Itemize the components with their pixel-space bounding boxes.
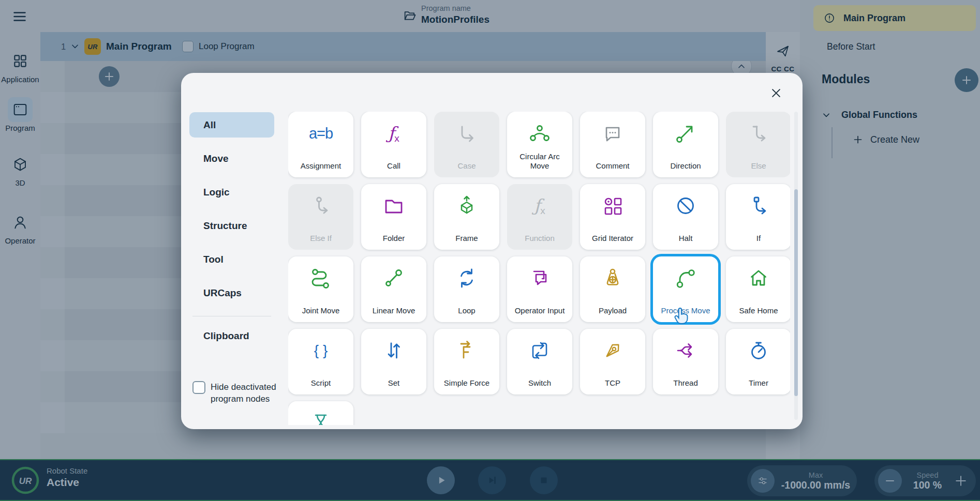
node-tile-assignment[interactable]: a=bAssignment bbox=[288, 112, 353, 177]
node-tile-comment[interactable]: Comment bbox=[580, 112, 645, 177]
category-clipboard[interactable]: Clipboard bbox=[189, 323, 274, 348]
node-tile-label: Operator Input bbox=[510, 306, 570, 315]
node-tile-label: Direction bbox=[656, 161, 716, 171]
category-logic[interactable]: Logic bbox=[189, 179, 274, 205]
else-if-icon bbox=[308, 193, 333, 218]
linear-move-icon bbox=[381, 266, 406, 291]
node-tile-operator-input[interactable]: Operator Input bbox=[507, 256, 572, 322]
frame-icon bbox=[454, 193, 479, 218]
node-tile-simple-force[interactable]: Simple Force bbox=[434, 329, 499, 394]
script-icon: { } bbox=[308, 338, 333, 363]
node-tile-function: ƒxFunction bbox=[507, 184, 572, 250]
node-tile-label: Function bbox=[510, 234, 570, 243]
timer-icon bbox=[746, 338, 771, 363]
node-tile-label: TCP bbox=[583, 378, 643, 388]
node-tile-payload[interactable]: Payload bbox=[580, 256, 645, 322]
node-tile-label: Call bbox=[364, 161, 424, 171]
payload-icon bbox=[600, 266, 625, 291]
node-tile-joint-move[interactable]: Joint Move bbox=[288, 256, 353, 322]
node-tile-circular-arc-move[interactable]: Circular Arc Move bbox=[507, 112, 572, 177]
node-tile-call[interactable]: ƒxCall bbox=[361, 112, 426, 177]
safe-home-icon bbox=[746, 266, 771, 291]
node-tile-label: Simple Force bbox=[437, 378, 497, 388]
halt-icon bbox=[673, 193, 698, 218]
grid-iterator-icon bbox=[600, 193, 625, 218]
node-tile-set[interactable]: Set bbox=[361, 329, 426, 394]
node-tile-thread[interactable]: Thread bbox=[653, 329, 718, 394]
joint-move-icon bbox=[308, 266, 333, 291]
node-tile-direction[interactable]: Direction bbox=[653, 112, 718, 177]
assignment-icon: a=b bbox=[308, 121, 333, 146]
process-move-icon bbox=[673, 266, 698, 291]
node-tile-safe-home[interactable]: Safe Home bbox=[726, 256, 790, 322]
node-tile-label: Switch bbox=[510, 378, 570, 388]
loop-icon bbox=[454, 266, 479, 291]
node-tile-label: Assignment bbox=[291, 161, 351, 171]
scrollbar-thumb[interactable] bbox=[794, 189, 798, 396]
operator-input-icon bbox=[527, 266, 552, 291]
node-tile-case: Case bbox=[434, 112, 499, 177]
if-icon bbox=[746, 193, 771, 218]
hide-deactivated-label: Hide deactivated program nodes bbox=[211, 381, 291, 405]
node-tile-label: Comment bbox=[583, 161, 643, 171]
node-tile-loop[interactable]: Loop bbox=[434, 256, 499, 322]
node-tile-frame[interactable]: Frame bbox=[434, 184, 499, 250]
node-tile-else: Else bbox=[726, 112, 790, 177]
node-tile-label: If bbox=[729, 234, 789, 243]
wait-hourglass-icon bbox=[308, 411, 333, 425]
function-icon: ƒx bbox=[527, 193, 552, 218]
node-tile-label: Loop bbox=[437, 306, 497, 315]
category-tool[interactable]: Tool bbox=[189, 247, 274, 272]
node-tile-folder[interactable]: Folder bbox=[361, 184, 426, 250]
node-tile-script[interactable]: { }Script bbox=[288, 329, 353, 394]
node-tile-else-if: Else If bbox=[288, 184, 353, 250]
node-tile-timer[interactable]: Timer bbox=[726, 329, 790, 394]
node-tile-label: Else If bbox=[291, 234, 351, 243]
tcp-icon bbox=[600, 338, 625, 363]
node-grid: a=bAssignmentƒxCallCaseCircular Arc Move… bbox=[288, 112, 790, 425]
app-root: ApplicationProgram3DOperator Program nam… bbox=[0, 0, 980, 501]
dialog-scrollbar bbox=[794, 112, 798, 420]
node-tile-grid-iterator[interactable]: Grid Iterator bbox=[580, 184, 645, 250]
node-tile-label: Case bbox=[437, 161, 497, 171]
switch-icon bbox=[527, 338, 552, 363]
node-tile-halt[interactable]: Halt bbox=[653, 184, 718, 250]
node-tile-label: Payload bbox=[583, 306, 643, 315]
node-tile-label: Folder bbox=[364, 234, 424, 243]
node-tile-label: Grid Iterator bbox=[583, 234, 643, 243]
call-icon: ƒx bbox=[381, 121, 406, 146]
node-tile-wait-hourglass[interactable] bbox=[288, 401, 353, 425]
simple-force-icon bbox=[454, 338, 479, 363]
category-structure[interactable]: Structure bbox=[189, 213, 274, 238]
category-move[interactable]: Move bbox=[189, 146, 274, 171]
category-divider bbox=[192, 316, 271, 316]
thread-icon bbox=[673, 338, 698, 363]
node-tile-label: Joint Move bbox=[291, 306, 351, 315]
node-tile-label: Timer bbox=[729, 378, 789, 388]
set-icon bbox=[381, 338, 406, 363]
node-tile-label: Process Move bbox=[656, 306, 716, 315]
close-icon[interactable] bbox=[768, 85, 784, 101]
node-tile-linear-move[interactable]: Linear Move bbox=[361, 256, 426, 322]
circular-arc-move-icon bbox=[527, 121, 552, 146]
node-tile-label: Linear Move bbox=[364, 306, 424, 315]
node-tile-label: Set bbox=[364, 378, 424, 388]
folder-icon bbox=[381, 193, 406, 218]
node-tile-label: Else bbox=[729, 161, 789, 171]
node-tile-if[interactable]: If bbox=[726, 184, 790, 250]
else-icon bbox=[746, 121, 771, 146]
node-tile-label: Frame bbox=[437, 234, 497, 243]
direction-icon bbox=[673, 121, 698, 146]
comment-icon bbox=[600, 121, 625, 146]
node-tile-switch[interactable]: Switch bbox=[507, 329, 572, 394]
node-tile-process-move[interactable]: Process Move bbox=[653, 256, 718, 322]
hide-deactivated-checkbox[interactable] bbox=[192, 381, 205, 394]
node-tile-tcp[interactable]: TCP bbox=[580, 329, 645, 394]
node-tile-label: Thread bbox=[656, 378, 716, 388]
node-tile-label: Circular Arc Move bbox=[510, 152, 570, 171]
add-node-dialog: AllMoveLogicStructureToolURCapsClipboard… bbox=[181, 73, 803, 429]
category-urcaps[interactable]: URCaps bbox=[189, 280, 274, 306]
category-all[interactable]: All bbox=[189, 112, 274, 138]
node-tile-label: Script bbox=[291, 378, 351, 388]
case-icon bbox=[454, 121, 479, 146]
